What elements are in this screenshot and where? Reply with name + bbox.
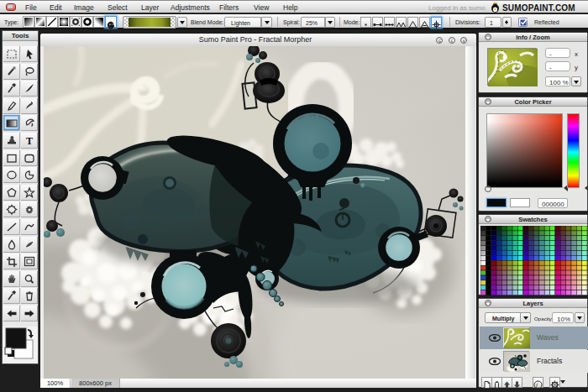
svg-text:T: T bbox=[26, 135, 33, 147]
svg-text:f: f bbox=[536, 382, 538, 389]
